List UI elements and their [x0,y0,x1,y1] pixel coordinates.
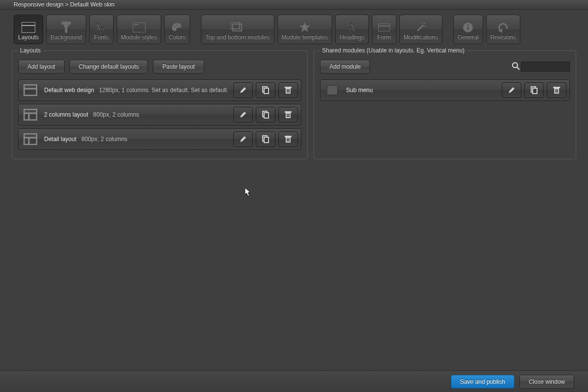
tab-revisions[interactable]: Revisions [486,15,520,44]
svg-rect-3 [64,24,68,27]
tab-general[interactable]: General [453,15,483,44]
tab-label: Background [50,34,82,41]
colors-icon [171,21,184,34]
svg-point-55 [513,63,517,68]
toolbar: Layouts Background Aa Fonts Module style… [0,10,588,47]
layout-row[interactable]: Detail layout 800px, 2 columns [18,128,301,150]
copy-button[interactable] [524,82,544,98]
svg-line-18 [417,25,423,31]
tab-module-templates[interactable]: Module templates [277,15,333,44]
layout-name: Default web design [44,87,94,94]
tab-background[interactable]: Background [46,15,86,44]
svg-rect-62 [556,89,557,93]
layouts-panel: Layouts Add layout Change default layout… [12,47,308,159]
edit-button[interactable] [233,82,253,98]
pencil-icon [239,86,247,94]
info-icon [463,21,473,34]
copy-button[interactable] [256,131,275,147]
svg-rect-12 [233,24,242,31]
copy-icon [530,86,538,94]
tab-module-styles[interactable]: Module styles [117,15,161,44]
paste-layout-button[interactable]: Paste layout [153,60,204,74]
delete-button[interactable] [278,107,298,122]
delete-button[interactable] [278,131,298,147]
tab-label: Headings [340,34,365,41]
svg-rect-0 [22,22,35,33]
trash-icon [553,86,561,94]
layout-name: 2 columns layout [44,111,88,118]
tab-layouts[interactable]: Layouts [14,15,43,44]
svg-rect-4 [65,27,67,33]
tab-colors[interactable]: Colors [164,15,190,44]
copy-button[interactable] [256,107,275,122]
svg-rect-44 [289,114,290,117]
delete-button[interactable] [278,82,298,98]
background-icon [61,21,72,34]
search-input[interactable] [521,62,570,72]
tab-label: Fonts [94,34,109,41]
copy-button[interactable] [256,82,275,98]
change-default-layouts-button[interactable]: Change default layouts [70,60,148,74]
module-styles-icon [133,21,146,34]
tab-label: Layouts [18,34,39,41]
tab-headings[interactable]: A Headings [335,15,369,44]
tab-label: Revisions [490,34,516,41]
edit-button[interactable] [502,82,521,98]
svg-rect-16 [378,24,390,31]
svg-rect-23 [467,26,469,30]
svg-rect-13 [231,22,240,29]
layout-row[interactable]: Default web design 1280px, 1 columns. Se… [18,79,301,101]
tab-label: Colors [169,34,186,41]
mouse-cursor [245,188,252,196]
svg-point-24 [467,24,469,26]
tab-label: Module styles [121,34,157,41]
svg-rect-63 [558,89,559,93]
pencil-icon [508,86,515,94]
svg-rect-51 [285,136,292,137]
shared-modules-panel: Shared modules (Usable in layouts. Eg. V… [314,47,576,159]
tab-label: Top and bottom modules [205,34,270,41]
tab-top-bottom-modules[interactable]: Top and bottom modules [201,15,274,44]
layouts-legend: Layouts [18,47,43,54]
edit-button[interactable] [233,131,253,147]
tab-fonts[interactable]: Aa Fonts [89,15,114,44]
svg-rect-39 [264,113,269,118]
layout-meta: 800px, 2 columns [93,111,139,118]
svg-text:a: a [101,24,104,32]
svg-rect-31 [285,87,292,88]
undo-icon [497,21,510,34]
footer: Save and publish Close window [0,370,588,392]
search-icon [512,62,520,72]
shared-modules-legend: Shared modules (Usable in layouts. Eg. V… [320,47,466,54]
tab-modifications[interactable]: Modifications [399,15,442,44]
close-window-button[interactable]: Close window [519,375,574,389]
svg-rect-45 [24,134,37,145]
layout-thumb-icon [24,133,37,146]
copy-icon [262,86,270,94]
svg-rect-2 [62,22,71,24]
module-row[interactable]: Sub menu [320,79,570,101]
pencil-icon [239,111,247,119]
layout-meta: 1280px, 1 columns. Set as default. Set a… [99,87,228,94]
svg-rect-42 [287,114,288,117]
svg-marker-64 [245,188,250,196]
trash-icon [284,135,292,143]
window-title: Responsive design > Default Web skin [0,0,588,10]
tab-label: Form [377,34,391,41]
svg-rect-61 [555,89,556,93]
tab-label: General [458,34,479,41]
svg-rect-29 [264,88,269,94]
svg-rect-34 [289,89,290,93]
add-module-button[interactable]: Add module [320,60,370,74]
add-layout-button[interactable]: Add layout [18,60,65,74]
tab-form[interactable]: Form [372,15,396,44]
svg-rect-60 [553,87,560,88]
edit-button[interactable] [233,107,253,122]
delete-button[interactable] [547,82,566,98]
tab-label: Modifications [404,34,438,41]
fonts-icon: Aa [95,21,108,34]
save-publish-button[interactable]: Save and publish [451,375,514,389]
layout-row[interactable]: 2 columns layout 800px, 2 columns [18,104,301,125]
layout-name: Detail layout [44,136,76,143]
svg-point-19 [424,23,425,24]
